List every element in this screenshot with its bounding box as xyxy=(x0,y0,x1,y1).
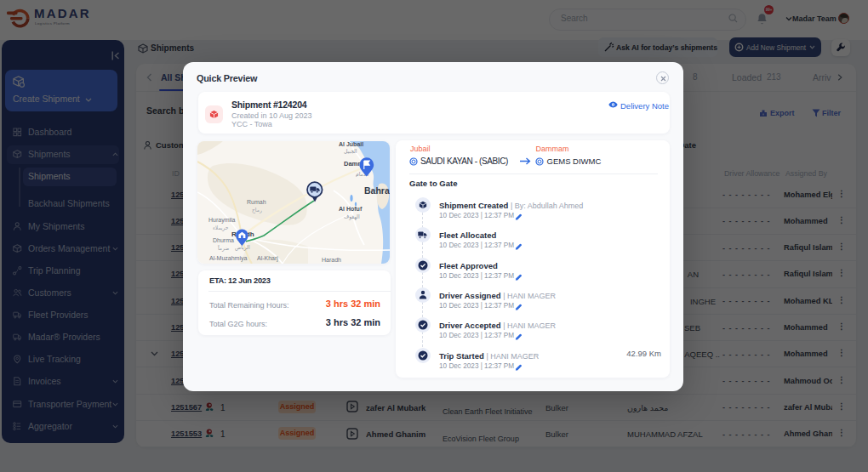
svg-text:رماح: رماح xyxy=(252,208,262,213)
svg-text:الرياض: الرياض xyxy=(235,245,250,251)
svg-text:Bahra: Bahra xyxy=(364,185,390,196)
svg-text:Al-Kharj: Al-Kharj xyxy=(257,255,278,262)
svg-text:ضرماً: ضرماً xyxy=(217,245,229,252)
svg-text:Al Hofuf: Al Hofuf xyxy=(339,206,363,212)
svg-text:حريملاء: حريملاء xyxy=(213,225,229,231)
svg-text:Haradh: Haradh xyxy=(322,257,341,263)
svg-text:الجبيل: الجبيل xyxy=(344,149,357,154)
svg-text:Al Jubail: Al Jubail xyxy=(339,141,363,147)
svg-text:Rumah: Rumah xyxy=(247,199,266,205)
svg-text:الهفوف: الهفوف xyxy=(344,214,360,220)
svg-text:Huraymila: Huraymila xyxy=(208,217,236,224)
svg-text:Al-Muzahmiya: Al-Muzahmiya xyxy=(209,255,247,262)
svg-text:Dhurma: Dhurma xyxy=(213,237,234,243)
